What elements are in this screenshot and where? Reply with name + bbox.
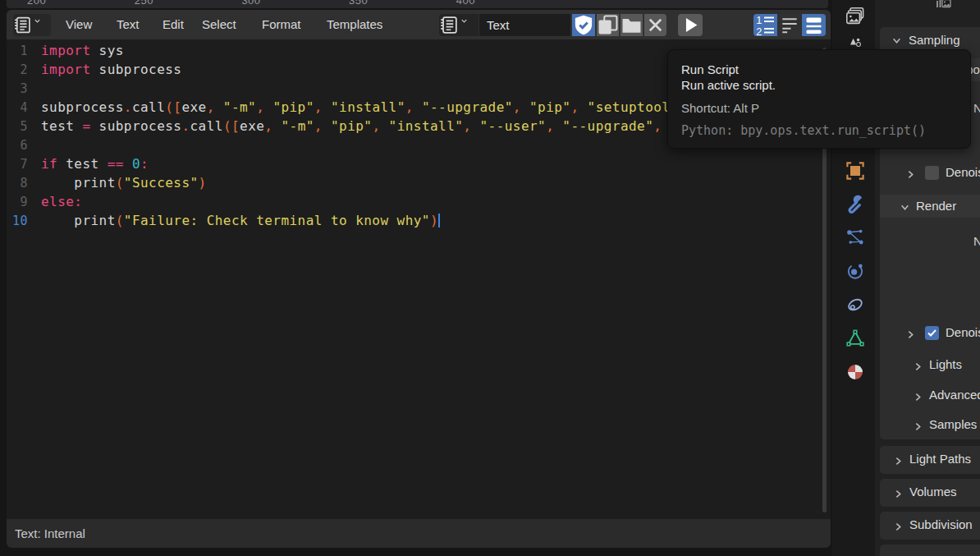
menu-edit[interactable]: Edit xyxy=(163,17,184,31)
run-script-tooltip: Run Script Run active script. Shortcut: … xyxy=(667,49,971,149)
menu-templates[interactable]: Templates xyxy=(327,17,382,31)
tooltip-title: Run Script xyxy=(681,61,739,78)
panel-header-sampling[interactable]: Sampling xyxy=(909,33,960,47)
menu-view[interactable]: View xyxy=(66,17,92,31)
menu-format[interactable]: Format xyxy=(262,17,301,31)
tab-object-data-properties[interactable] xyxy=(845,329,865,348)
unlink-button[interactable] xyxy=(644,14,666,36)
code-line[interactable]: 10 print("Failure: Check terminal to kno… xyxy=(7,211,816,230)
chart-image-icon xyxy=(936,0,954,10)
chevron-down-icon xyxy=(891,34,902,45)
ruler-tick: 400 xyxy=(456,0,475,7)
code-line[interactable]: 9else: xyxy=(7,192,816,211)
panel-header-light-paths[interactable]: Light Paths xyxy=(909,452,971,466)
new-text-button[interactable] xyxy=(597,14,619,36)
text-editor-icon xyxy=(13,14,31,36)
tab-view-layer-properties[interactable] xyxy=(845,7,865,26)
panel-next-partial[interactable] xyxy=(880,545,980,556)
chevron-right-icon xyxy=(893,488,904,499)
object-icon xyxy=(845,161,865,181)
label-noise-threshold: Noise Threshold xyxy=(973,101,980,115)
ruler-tick: 300 xyxy=(241,0,260,7)
svg-text:2: 2 xyxy=(756,25,762,37)
editor-type-button[interactable] xyxy=(13,14,51,36)
timeline-ruler[interactable]: 200250300350400 xyxy=(7,0,828,8)
subpanel-header-denoise-viewport[interactable]: Denoise xyxy=(946,165,980,179)
line-number: 6 xyxy=(7,136,28,155)
line-number: 2 xyxy=(7,61,28,80)
subpanel-header-lights[interactable]: Lights xyxy=(929,357,962,371)
open-text-button[interactable] xyxy=(621,14,643,36)
tooltip-python: Python: bpy.ops.text.run_script() xyxy=(681,123,926,138)
toggle-word-wrap[interactable] xyxy=(779,14,800,36)
toggle-line-numbers[interactable]: 12 xyxy=(753,14,777,36)
run-script-button[interactable] xyxy=(678,14,703,36)
code-line[interactable]: 7if test == 0: xyxy=(7,154,816,173)
subpanel-header-render[interactable]: Render xyxy=(916,199,956,213)
line-number: 9 xyxy=(7,193,28,212)
toggle-syntax-highlight[interactable] xyxy=(802,14,826,36)
line-numbers-icon: 12 xyxy=(753,14,777,36)
tab-object-properties[interactable] xyxy=(845,161,865,181)
label-noise-threshold: Noise Threshold xyxy=(973,234,980,248)
tab-scene-properties[interactable] xyxy=(845,36,865,49)
view-layer-icon xyxy=(845,7,865,26)
ruler-tick: 350 xyxy=(349,0,368,7)
syntax-highlight-icon xyxy=(802,14,826,36)
modifier-wrench-icon xyxy=(845,194,865,214)
open-folder-icon xyxy=(621,14,643,36)
unlink-icon xyxy=(644,14,666,36)
chevron-right-icon xyxy=(893,455,904,466)
ruler-tick: 200 xyxy=(27,0,46,7)
tab-constraint-properties[interactable] xyxy=(845,295,865,315)
shield-check-icon xyxy=(572,14,595,36)
line-number: 4 xyxy=(7,99,28,117)
text-cursor xyxy=(438,214,440,227)
chevron-right-icon xyxy=(913,361,923,371)
panel-header-volumes[interactable]: Volumes xyxy=(909,485,957,499)
editor-footer: Text: Internal xyxy=(7,519,831,548)
line-number: 1 xyxy=(7,42,28,61)
chevron-down-icon xyxy=(900,201,910,212)
constraints-icon xyxy=(845,295,865,315)
tab-physics-properties[interactable] xyxy=(845,261,865,281)
scene-icon xyxy=(845,36,865,49)
tab-particle-properties[interactable] xyxy=(845,227,865,247)
subpanel-header-samples[interactable]: Samples xyxy=(929,417,977,431)
tab-modifier-properties[interactable] xyxy=(845,194,865,214)
chevron-right-icon xyxy=(893,521,904,531)
blender-window: 200250300350400 Sampling Viewport Noise … xyxy=(0,0,980,556)
line-number: 8 xyxy=(7,174,28,193)
code-line[interactable]: 8 print("Success") xyxy=(7,173,816,192)
chevron-right-icon xyxy=(913,391,923,402)
menu-text[interactable]: Text xyxy=(117,17,140,31)
denoise-checkbox-viewport[interactable] xyxy=(925,166,939,180)
chevron-right-icon xyxy=(905,168,916,179)
fake-user-button[interactable] xyxy=(572,14,595,36)
text-source-label: Text: Internal xyxy=(15,526,85,540)
chevron-down-icon xyxy=(33,14,51,36)
run-script-play-icon xyxy=(678,14,703,36)
chevron-right-icon xyxy=(913,420,923,431)
particles-icon xyxy=(845,227,865,247)
checkmark-icon xyxy=(925,326,939,340)
line-number: 10 xyxy=(7,212,28,231)
chevron-down-icon xyxy=(460,14,479,36)
word-wrap-icon xyxy=(779,14,800,36)
properties-header-partial-icon xyxy=(936,0,954,10)
text-datablock-browse-button[interactable] xyxy=(439,14,479,36)
subpanel-header-denoise-render[interactable]: Denoise xyxy=(946,325,980,339)
chevron-right-icon xyxy=(905,329,916,339)
material-icon xyxy=(845,362,865,382)
tab-material-properties[interactable] xyxy=(845,362,865,382)
tooltip-shortcut: Shortcut: Alt P xyxy=(681,101,759,115)
text-editor-header: View Text Edit Select Format Templates T… xyxy=(7,10,831,39)
line-number: 7 xyxy=(7,155,28,174)
panel-header-subdivision[interactable]: Subdivision xyxy=(909,517,973,531)
menu-select[interactable]: Select xyxy=(202,17,236,31)
text-name-field[interactable]: Text xyxy=(479,14,570,36)
ruler-tick: 250 xyxy=(135,0,153,7)
denoise-checkbox-render[interactable] xyxy=(925,326,939,340)
subpanel-header-advanced[interactable]: Advanced xyxy=(929,388,980,402)
line-number: 3 xyxy=(7,80,28,99)
